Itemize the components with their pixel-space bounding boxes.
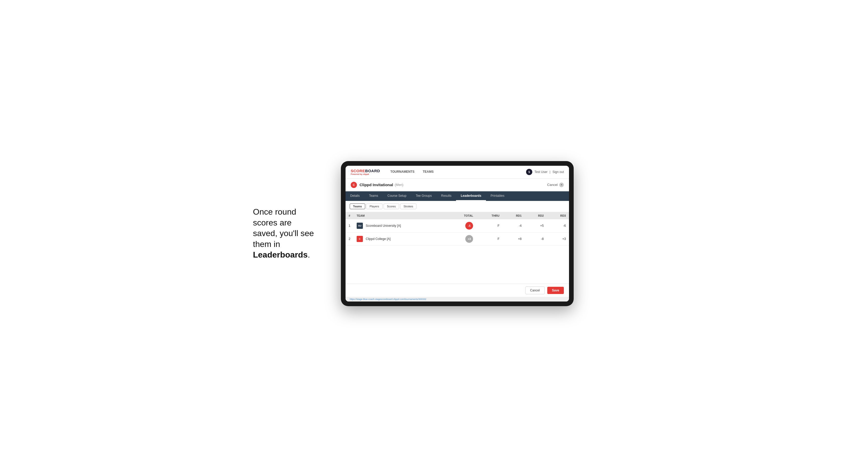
tournament-header: C Clippd Invitational (Men) Cancel ✕ [345,179,569,191]
row1-rd2: +5 [525,219,547,232]
app-footer: Cancel Save [345,284,569,297]
tablet-screen: SCOREBOARD Powered by clippd TOURNAMENTS… [345,166,569,302]
filter-strokes[interactable]: Strokes [400,204,416,209]
table-row: 1 SU Scoreboard University [A] -5 F -4 +… [345,219,569,232]
row2-rd1: +8 [502,232,525,245]
row2-total: +3 [447,232,476,245]
col-header-rd3: RD3 [547,212,569,219]
row2-rd3: +3 [547,232,569,245]
leaderboard-table: # TEAM TOTAL THRU RD1 RD2 RD3 1 [345,212,569,246]
separator: | [550,170,550,174]
tab-results[interactable]: Results [436,191,456,201]
tab-leaderboards[interactable]: Leaderboards [456,191,486,201]
row1-rank: 1 [345,219,353,232]
filter-scores[interactable]: Scores [383,204,399,209]
col-header-total: TOTAL [447,212,476,219]
row1-rd3: -6 [547,219,569,232]
top-nav: SCOREBOARD Powered by clippd TOURNAMENTS… [345,166,569,179]
intro-text: Once round scores are saved, you'll see … [253,207,326,260]
col-header-rank: # [345,212,353,219]
row2-thru: F [476,232,502,245]
nav-teams[interactable]: TEAMS [418,166,438,179]
filter-teams[interactable]: Teams [350,204,365,209]
app-logo: SCOREBOARD [351,168,380,173]
col-header-team: TEAM [353,212,448,219]
col-header-rd1: RD1 [502,212,525,219]
tab-bar: Details Teams Course Setup Tee Groups Re… [345,191,569,201]
user-avatar: S [526,169,532,175]
nav-tournaments[interactable]: TOURNAMENTS [386,166,418,179]
row1-team: SU Scoreboard University [A] [353,219,448,232]
tab-printables[interactable]: Printables [486,191,509,201]
tab-tee-groups[interactable]: Tee Groups [411,191,436,201]
tab-course-setup[interactable]: Course Setup [383,191,411,201]
tablet-frame: SCOREBOARD Powered by clippd TOURNAMENTS… [341,161,574,306]
row1-total: -5 [447,219,476,232]
tab-details[interactable]: Details [345,191,365,201]
row1-score-badge: -5 [465,222,473,229]
row2-team-name: Clippd College [A] [366,237,391,241]
powered-by: Powered by clippd [351,173,380,175]
row2-score-badge: +3 [465,235,473,243]
row1-team-logo: SU [356,223,363,229]
filter-bar: Teams Players Scores Strokes [345,201,569,212]
status-bar: https://stage-blue-coach.stagescoreboard… [345,297,569,302]
filter-players[interactable]: Players [366,204,382,209]
footer-save-button[interactable]: Save [547,287,564,294]
row2-team-logo: C [356,236,363,242]
tab-teams[interactable]: Teams [365,191,383,201]
user-name: Test User [534,170,548,174]
status-url: https://stage-blue-coach.stagescoreboard… [350,298,426,301]
row1-rd1: -4 [502,219,525,232]
tournament-cancel-btn[interactable]: Cancel ✕ [547,183,564,187]
tournament-icon: C [351,182,357,188]
tournament-title: Clippd Invitational [360,183,393,187]
row1-team-name: Scoreboard University [A] [366,224,401,227]
content-area: Teams Players Scores Strokes # TEAM TOTA… [345,201,569,284]
col-header-rd2: RD2 [525,212,547,219]
nav-links: TOURNAMENTS TEAMS [386,166,438,179]
table-row: 2 C Clippd College [A] +3 F +8 -8 +3 [345,232,569,245]
nav-right: S Test User | Sign out [526,169,564,175]
logo-area: SCOREBOARD Powered by clippd [351,168,380,175]
row2-rank: 2 [345,232,353,245]
footer-cancel-button[interactable]: Cancel [525,286,545,294]
cancel-x-icon: ✕ [559,183,564,187]
sign-out-link[interactable]: Sign out [553,170,564,174]
tournament-subtitle: (Men) [395,183,403,187]
col-header-thru: THRU [476,212,502,219]
row2-team: C Clippd College [A] [353,232,448,245]
row2-rd2: -8 [525,232,547,245]
row1-thru: F [476,219,502,232]
